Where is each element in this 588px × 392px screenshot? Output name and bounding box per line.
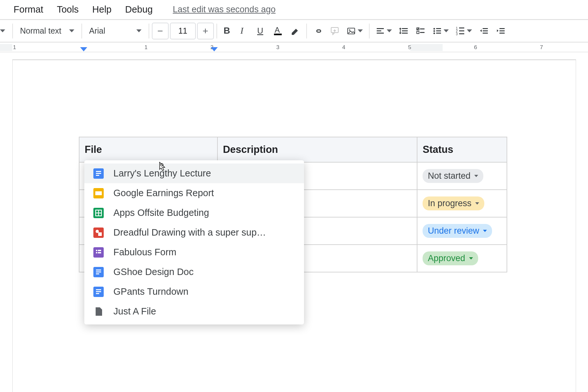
ruler[interactable]: 1 1 2 3 4 5 6 7: [0, 43, 588, 52]
ruler-number: 1: [13, 44, 16, 51]
align-button[interactable]: [372, 23, 395, 39]
column-header-description: Description: [217, 137, 417, 162]
paragraph-style-label: Normal text: [20, 26, 61, 36]
menu-item-tools[interactable]: Tools: [57, 4, 79, 15]
status-chip-under-review[interactable]: Under review: [423, 224, 492, 238]
font-size-value[interactable]: 11: [170, 23, 196, 39]
line-spacing-button[interactable]: [395, 23, 412, 39]
numbered-list-button[interactable]: [452, 23, 476, 39]
toolbar-separator: [306, 24, 307, 38]
menu-item-debug[interactable]: Debug: [125, 4, 152, 15]
add-comment-button[interactable]: [326, 23, 343, 39]
font-size-control: − 11 +: [152, 23, 214, 39]
status-chip-not-started[interactable]: Not started: [423, 169, 483, 183]
document-page[interactable]: File Description Status Not started In p…: [12, 59, 576, 392]
ruler-margin-left: [0, 44, 12, 51]
font-family-label: Arial: [89, 26, 105, 36]
status-chip-label: Not started: [428, 171, 470, 181]
status-chip-label: Approved: [428, 253, 465, 263]
toolbar-separator: [216, 24, 217, 38]
increase-indent-button[interactable]: [492, 23, 509, 39]
file-option[interactable]: Dreadful Drawing with a super sup…: [84, 223, 304, 242]
forms-icon: [93, 247, 104, 258]
file-option[interactable]: Just A File: [84, 302, 304, 321]
ruler-number: 6: [474, 44, 477, 51]
insert-image-button[interactable]: [343, 23, 366, 39]
toolbar-separator: [12, 24, 13, 38]
column-header-file: File: [79, 137, 217, 162]
status-cell[interactable]: Not started: [417, 162, 507, 190]
drawings-icon: [93, 228, 104, 238]
toolbar-separator: [81, 24, 82, 38]
ruler-number: 7: [540, 44, 543, 51]
file-option[interactable]: GShoe Design Doc: [84, 262, 304, 282]
right-indent-marker[interactable]: [211, 47, 218, 52]
text-color-button[interactable]: [270, 23, 287, 39]
toolbar-separator: [149, 24, 149, 38]
file-option-label: Apps Offsite Budgeting: [113, 207, 209, 218]
docs-icon: [93, 168, 104, 179]
paragraph-style-dropdown[interactable]: Normal text: [16, 26, 79, 36]
file-option-label: Fabulous Form: [113, 247, 176, 258]
bold-button[interactable]: [220, 23, 236, 39]
ruler-number: 3: [276, 44, 279, 51]
ruler-number: 4: [342, 44, 345, 51]
docs-icon: [93, 287, 104, 297]
status-cell[interactable]: Approved: [417, 245, 507, 272]
file-option[interactable]: Fabulous Form: [84, 242, 304, 262]
left-indent-marker[interactable]: [80, 47, 87, 52]
status-chip-approved[interactable]: Approved: [423, 251, 478, 265]
highlight-color-button[interactable]: [287, 23, 304, 39]
file-option-label: Dreadful Drawing with a super sup…: [113, 227, 266, 238]
file-option-label: GPants Turndown: [113, 286, 188, 297]
ruler-number: 5: [408, 44, 411, 51]
status-cell[interactable]: In progress: [417, 190, 507, 217]
menu-item-help[interactable]: Help: [92, 4, 112, 15]
slides-icon: [93, 188, 104, 198]
file-option[interactable]: GPants Turndown: [84, 282, 304, 302]
table-header-row: File Description Status: [79, 137, 507, 162]
status-chip-in-progress[interactable]: In progress: [423, 196, 484, 210]
file-option[interactable]: Larry's Lengthy Lecture: [84, 164, 304, 183]
italic-button[interactable]: [236, 23, 253, 39]
ruler-grey-band: [410, 44, 443, 51]
sheets-icon: [93, 208, 104, 218]
toolbar-separator: [369, 24, 370, 38]
last-edit-status[interactable]: Last edit was seconds ago: [173, 5, 276, 15]
toolbar-leading-dropdown[interactable]: [0, 29, 10, 32]
menu-bar: t Format Tools Help Debug Last edit was …: [0, 0, 588, 20]
menu-item-format[interactable]: Format: [14, 4, 43, 15]
font-family-dropdown[interactable]: Arial: [85, 26, 146, 36]
decrease-indent-button[interactable]: [476, 23, 492, 39]
ruler-number: 1: [144, 44, 147, 51]
bulleted-list-button[interactable]: [429, 23, 452, 39]
status-chip-label: In progress: [428, 198, 471, 208]
editor-stage: File Description Status Not started In p…: [0, 52, 588, 392]
status-cell[interactable]: Under review: [417, 217, 507, 245]
file-option-label: Larry's Lengthy Lecture: [113, 168, 211, 179]
file-option[interactable]: Google Earnings Report: [84, 183, 304, 203]
insert-link-button[interactable]: [310, 23, 326, 39]
docs-icon: [93, 267, 104, 277]
toolbar: Normal text Arial − 11 +: [0, 20, 588, 43]
file-icon: [93, 306, 104, 317]
status-chip-label: Under review: [428, 226, 479, 236]
file-option-label: GShoe Design Doc: [113, 267, 194, 277]
file-picker-dropdown: Larry's Lengthy Lecture Google Earnings …: [84, 160, 304, 324]
font-size-decrease-button[interactable]: −: [152, 23, 169, 39]
column-header-status: Status: [417, 137, 507, 162]
font-size-increase-button[interactable]: +: [197, 23, 214, 39]
file-option[interactable]: Apps Offsite Budgeting: [84, 203, 304, 223]
file-option-label: Just A File: [113, 306, 156, 317]
underline-button[interactable]: [253, 23, 270, 39]
checklist-button[interactable]: [412, 23, 429, 39]
file-option-label: Google Earnings Report: [113, 188, 214, 198]
